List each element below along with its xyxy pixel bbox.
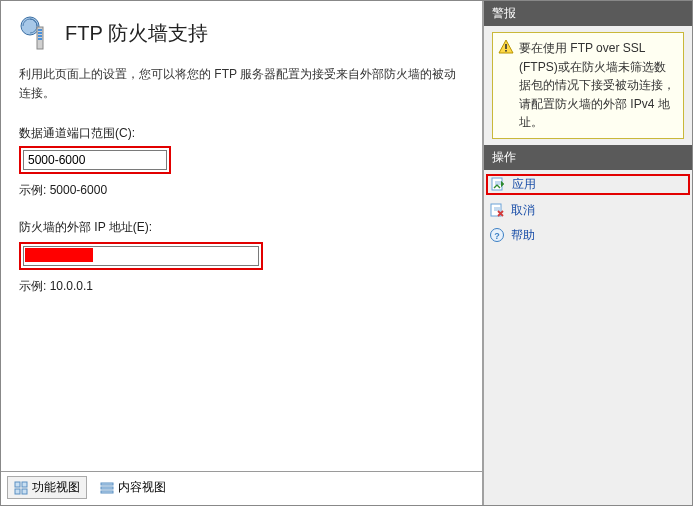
tab-content-label: 内容视图 xyxy=(118,479,166,496)
svg-rect-2 xyxy=(38,29,42,31)
help-action[interactable]: ? 帮助 xyxy=(486,226,690,245)
features-view-icon xyxy=(14,481,28,495)
svg-rect-4 xyxy=(38,35,42,37)
actions-header: 操作 xyxy=(484,145,692,170)
apply-action[interactable]: 应用 xyxy=(486,174,690,195)
help-label: 帮助 xyxy=(511,227,535,244)
help-icon: ? xyxy=(489,227,505,243)
alert-text: 要在使用 FTP over SSL (FTPS)或在防火墙未筛选数据包的情况下接… xyxy=(519,41,675,129)
tab-features-view[interactable]: 功能视图 xyxy=(7,476,87,499)
main-panel: FTP 防火墙支持 利用此页面上的设置，您可以将您的 FTP 服务器配置为接受来… xyxy=(1,1,484,505)
svg-text:?: ? xyxy=(494,231,500,241)
svg-rect-10 xyxy=(101,483,113,485)
port-range-label: 数据通道端口范围(C): xyxy=(19,125,464,142)
title-row: FTP 防火墙支持 xyxy=(19,15,464,51)
warning-icon xyxy=(498,39,514,55)
ftp-firewall-icon xyxy=(19,15,55,51)
svg-rect-8 xyxy=(15,489,20,494)
cancel-action[interactable]: 取消 xyxy=(486,201,690,220)
app-window: FTP 防火墙支持 利用此页面上的设置，您可以将您的 FTP 服务器配置为接受来… xyxy=(0,0,693,506)
actions-section: 应用 取消 ? 帮助 xyxy=(484,170,692,249)
svg-rect-6 xyxy=(15,482,20,487)
svg-rect-12 xyxy=(101,491,113,493)
svg-rect-3 xyxy=(38,32,42,34)
cancel-icon xyxy=(489,202,505,218)
apply-label: 应用 xyxy=(512,176,536,193)
external-ip-example: 示例: 10.0.0.1 xyxy=(19,278,464,295)
alert-box: 要在使用 FTP over SSL (FTPS)或在防火墙未筛选数据包的情况下接… xyxy=(492,32,684,139)
page-title: FTP 防火墙支持 xyxy=(65,20,208,47)
external-ip-highlight xyxy=(19,242,263,270)
page-description: 利用此页面上的设置，您可以将您的 FTP 服务器配置为接受来自外部防火墙的被动连… xyxy=(19,65,464,103)
main-content: FTP 防火墙支持 利用此页面上的设置，您可以将您的 FTP 服务器配置为接受来… xyxy=(1,1,482,471)
svg-point-0 xyxy=(21,17,39,35)
svg-rect-14 xyxy=(505,50,507,52)
external-ip-input[interactable] xyxy=(23,246,259,266)
alerts-section: 要在使用 FTP over SSL (FTPS)或在防火墙未筛选数据包的情况下接… xyxy=(484,26,692,145)
svg-rect-13 xyxy=(505,44,507,49)
port-range-input[interactable] xyxy=(23,150,167,170)
svg-rect-11 xyxy=(101,487,113,489)
svg-rect-9 xyxy=(22,489,27,494)
port-range-highlight xyxy=(19,146,171,174)
port-range-example: 示例: 5000-6000 xyxy=(19,182,464,199)
side-panel: 警报 要在使用 FTP over SSL (FTPS)或在防火墙未筛选数据包的情… xyxy=(484,1,692,505)
tab-content-view[interactable]: 内容视图 xyxy=(93,476,173,499)
bottom-tabs: 功能视图 内容视图 xyxy=(1,471,482,505)
content-view-icon xyxy=(100,481,114,495)
external-ip-label: 防火墙的外部 IP 地址(E): xyxy=(19,219,464,236)
cancel-label: 取消 xyxy=(511,202,535,219)
svg-rect-7 xyxy=(22,482,27,487)
svg-rect-5 xyxy=(38,38,42,40)
alerts-header: 警报 xyxy=(484,1,692,26)
apply-icon xyxy=(490,176,506,192)
tab-features-label: 功能视图 xyxy=(32,479,80,496)
